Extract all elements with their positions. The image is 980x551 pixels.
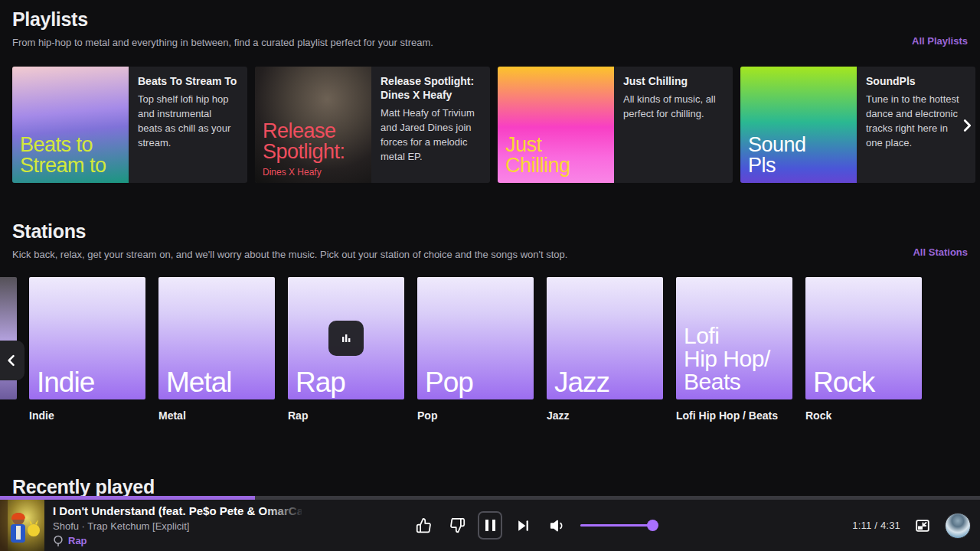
playlist-card-description: All kinds of music, all perfect for chil… (623, 92, 724, 121)
playlist-card-title: Just Chilling (623, 74, 724, 88)
album-art[interactable] (0, 500, 44, 551)
thumbs-up-button[interactable] (413, 516, 433, 536)
station-tile-name: Indie (37, 368, 94, 396)
soundtrack-page: Playlists From hip-hop to metal and ever… (0, 0, 980, 551)
volume-fill (580, 524, 657, 527)
station-tile-name: Metal (166, 368, 231, 396)
volume-group (548, 516, 657, 536)
equalizer-icon (339, 331, 353, 345)
station-tile-label: Indie (29, 409, 145, 422)
thumbs-up-icon (416, 517, 432, 533)
pause-button[interactable] (478, 511, 502, 540)
all-stations-link[interactable]: All Stations (913, 246, 968, 258)
station-tiles: Indie Indie Metal Metal (29, 277, 922, 422)
playlist-card-beats-to-stream-to[interactable]: Beats to Stream to Beats To Stream To To… (12, 67, 247, 183)
station-tile-art: Jazz (547, 277, 663, 399)
track-info: I Don't Understand (feat. Pe$o Pete & Om… (53, 504, 305, 546)
playlist-card-title: SoundPls (866, 74, 966, 88)
album-art-image (0, 500, 44, 551)
track-time: 1:11 / 4:31 (852, 520, 900, 531)
volume-slider[interactable] (580, 524, 657, 527)
player-controls (413, 500, 657, 551)
station-tile-jazz[interactable]: Jazz Jazz (547, 277, 663, 422)
station-tile-label: Jazz (547, 409, 663, 422)
station-tile-pop[interactable]: Pop Pop (417, 277, 534, 422)
playlist-card-soundpls[interactable]: Sound Pls SoundPls Tune in to the hottes… (740, 67, 975, 183)
playlist-card-release-spotlight[interactable]: Release Spotlight: Dines X Heafy Release… (255, 67, 490, 183)
chevron-left-icon (4, 353, 19, 368)
player-bar-body: I Don't Understand (feat. Pe$o Pete & Om… (0, 500, 980, 551)
cover-art-text: Sound Pls (748, 135, 806, 177)
chevron-right-icon (959, 117, 975, 134)
stations-title: Stations (12, 220, 968, 243)
pause-icon (485, 520, 488, 531)
playlist-card-title: Beats To Stream To (138, 74, 238, 88)
cover-art-subtext: Dines X Heafy (263, 167, 322, 178)
station-tile-label: Pop (417, 409, 534, 422)
playlist-card-description: Matt Heafy of Trivium and Jared Dines jo… (381, 106, 481, 164)
station-tile-label: Lofi Hip Hop / Beats (676, 409, 792, 422)
skip-next-button[interactable] (513, 516, 533, 536)
user-avatar[interactable] (945, 513, 971, 539)
popout-player-button[interactable] (913, 516, 933, 536)
cover-art-text: Just Chilling (505, 135, 570, 177)
playlist-card-body: Just Chilling All kinds of music, all pe… (614, 67, 733, 183)
popout-icon (914, 517, 931, 534)
station-tile-art: Pop (417, 277, 534, 399)
station-tile-label: Rap (288, 409, 404, 422)
playlist-cards-row: Beats to Stream to Beats To Stream To To… (12, 67, 975, 183)
station-tile-label: Rock (805, 409, 922, 422)
station-tile-name: Rock (813, 368, 874, 396)
station-tile-name: Jazz (554, 368, 609, 396)
station-tile-partial[interactable] (0, 277, 17, 399)
volume-button[interactable] (548, 516, 568, 536)
station-tag[interactable]: Rap (53, 535, 305, 546)
playlist-cover-art: Beats to Stream to (12, 67, 129, 183)
station-tile-art: Rap (288, 277, 404, 399)
station-tile-name: Pop (425, 368, 473, 396)
playlists-header: Playlists From hip-hop to metal and ever… (12, 8, 968, 48)
playlist-card-body: Beats To Stream To Top shelf lofi hip ho… (129, 67, 247, 183)
station-tile-art: Indie (29, 277, 145, 399)
playlist-card-description: Tune in to the hottest dance and electro… (866, 92, 966, 150)
player-right-group: 1:11 / 4:31 (852, 500, 971, 551)
station-tile-name: Lofi Hip Hop/ Beats (684, 324, 770, 393)
stations-subtitle: Kick back, relax, get your stream on, an… (12, 249, 968, 260)
playlist-card-body: Release Spotlight: Dines X Heafy Matt He… (371, 67, 490, 183)
station-tile-name: Rap (296, 368, 345, 396)
station-tile-art: Rock (805, 277, 922, 399)
station-tile-lofi-hip-hop-beats[interactable]: Lofi Hip Hop/ Beats Lofi Hip Hop / Beats (676, 277, 792, 422)
station-tile-rap[interactable]: Rap Rap (288, 277, 404, 422)
station-tag-label: Rap (68, 535, 87, 546)
playlist-cover-art: Release Spotlight: Dines X Heafy (255, 67, 371, 183)
station-tile-metal[interactable]: Metal Metal (158, 277, 275, 422)
station-tile-rock[interactable]: Rock Rock (805, 277, 922, 422)
station-icon (53, 535, 64, 546)
track-artist: Shofu · Trap Ketchum [Explicit] (53, 520, 305, 532)
skip-next-icon (515, 518, 531, 533)
station-tile-label: Metal (158, 409, 275, 422)
playlists-title: Playlists (12, 8, 968, 31)
cover-art-text: Beats to Stream to (20, 135, 106, 177)
playlist-cover-art: Just Chilling (498, 67, 614, 183)
stations-prev-button[interactable] (0, 341, 24, 380)
all-playlists-link[interactable]: All Playlists (912, 35, 968, 47)
playlist-card-description: Top shelf lofi hip hop and instrumental … (138, 92, 238, 150)
thumbs-down-button[interactable] (447, 516, 467, 536)
cover-art-text: Release Spotlight: (263, 121, 345, 163)
playlists-next-button[interactable] (957, 116, 977, 135)
volume-knob[interactable] (647, 520, 658, 531)
thumbs-down-icon (449, 517, 466, 533)
recently-played-title: Recently played (12, 476, 155, 498)
playlist-card-title: Release Spotlight: Dines X Heafy (381, 74, 481, 102)
playlist-card-just-chilling[interactable]: Just Chilling Just Chilling All kinds of… (498, 67, 733, 183)
track-title: I Don't Understand (feat. Pe$o Pete & Om… (53, 504, 302, 517)
volume-icon (550, 517, 567, 534)
player-bar: I Don't Understand (feat. Pe$o Pete & Om… (0, 496, 980, 551)
station-tile-indie[interactable]: Indie Indie (29, 277, 145, 422)
now-playing-badge (328, 321, 364, 356)
playlists-subtitle: From hip-hop to metal and everything in … (12, 37, 968, 48)
stations-row: Indie Indie Metal Metal (0, 277, 980, 430)
playlist-cover-art: Sound Pls (740, 67, 857, 183)
stations-header: Stations Kick back, relax, get your stre… (12, 220, 968, 260)
